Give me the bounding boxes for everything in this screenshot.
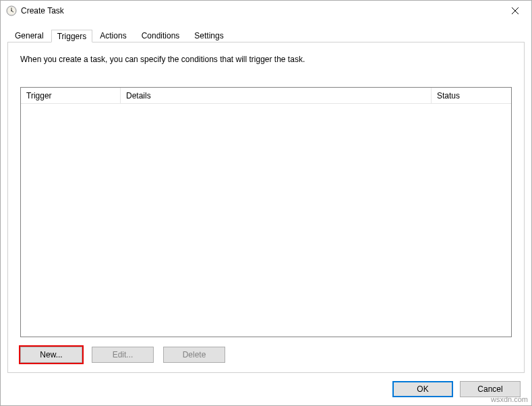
list-header: Trigger Details Status <box>21 88 511 104</box>
tab-triggers[interactable]: Triggers <box>51 30 93 42</box>
tab-conditions[interactable]: Conditions <box>134 28 187 42</box>
tab-settings[interactable]: Settings <box>187 28 231 42</box>
column-details[interactable]: Details <box>121 88 432 103</box>
close-button[interactable] <box>500 1 530 20</box>
app-icon <box>6 5 17 16</box>
window-title: Create Task <box>21 6 500 16</box>
new-button[interactable]: New... <box>20 347 82 363</box>
tab-general[interactable]: General <box>7 28 51 42</box>
column-status[interactable]: Status <box>432 88 511 103</box>
create-task-dialog: Create Task General Triggers Actions Con… <box>0 0 532 406</box>
trigger-list[interactable]: Trigger Details Status <box>20 87 512 337</box>
tab-actions[interactable]: Actions <box>92 28 134 42</box>
ok-button[interactable]: OK <box>392 381 453 397</box>
panel-description: When you create a task, you can specify … <box>20 55 512 64</box>
titlebar: Create Task <box>1 1 531 21</box>
watermark: wsxdn.com <box>491 395 528 403</box>
triggers-panel: When you create a task, you can specify … <box>7 42 525 373</box>
dialog-footer: OK Cancel <box>1 381 531 405</box>
edit-button: Edit... <box>92 347 154 363</box>
delete-button: Delete <box>163 347 225 363</box>
content-area: General Triggers Actions Conditions Sett… <box>1 21 531 381</box>
svg-point-4 <box>11 10 12 11</box>
column-trigger[interactable]: Trigger <box>21 88 121 103</box>
tab-row: General Triggers Actions Conditions Sett… <box>7 26 525 42</box>
button-row: New... Edit... Delete <box>20 347 512 363</box>
